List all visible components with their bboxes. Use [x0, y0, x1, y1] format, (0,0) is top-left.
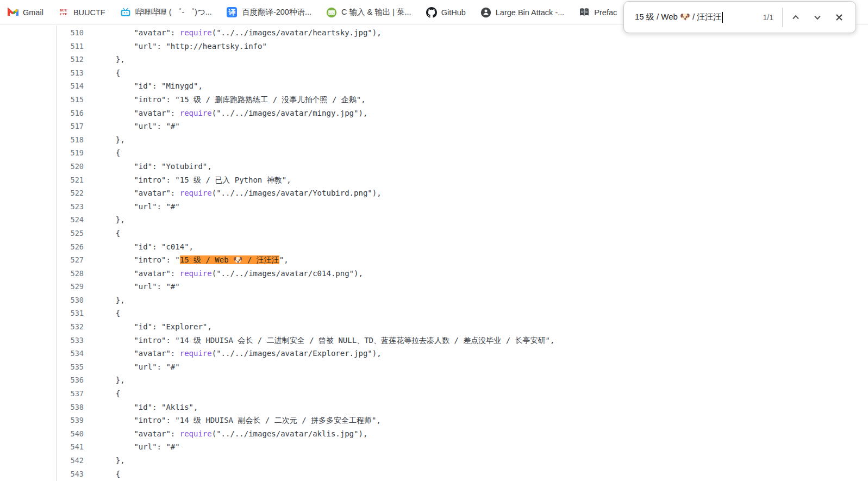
line-number: 542 — [57, 454, 84, 467]
line-number: 536 — [57, 373, 84, 387]
code-text: ("../../images/avatar/Yotubird.png"), — [212, 189, 382, 197]
code-line: 515 "intro": "15 级 / 删库跑路熟练工 / 没事儿拍个照 / … — [57, 93, 868, 107]
close-icon — [834, 12, 845, 23]
line-number: 540 — [57, 427, 84, 441]
code-text: "id": "Minygd", — [97, 82, 203, 90]
code-line: 524 }, — [57, 213, 868, 227]
bookmark-item[interactable]: </>C 输入 & 输出 | 菜... — [326, 7, 411, 18]
code-line: 541 "url": "#" — [57, 440, 868, 454]
code-text: "avatar": — [97, 429, 180, 438]
line-number: 515 — [57, 93, 84, 107]
line-number: 535 — [57, 360, 84, 374]
line-number: 538 — [57, 401, 84, 414]
code-line: 516 "avatar": require("../../images/avat… — [57, 107, 868, 120]
code-text: ("../../images/avatar/Explorer.jpg"), — [212, 349, 382, 358]
code-line: 543 { — [57, 467, 868, 481]
bookmark-label: 百度翻译-200种语... — [242, 7, 311, 17]
line-number: 524 — [57, 213, 84, 227]
line-number: 528 — [57, 267, 84, 280]
line-number: 513 — [57, 66, 84, 80]
code-line: 514 "id": "Minygd", — [57, 79, 868, 93]
bookmark-item[interactable]: Prefac — [579, 7, 617, 18]
bookmark-item[interactable]: Large Bin Attack -... — [480, 7, 565, 18]
close-find-bar-button[interactable] — [828, 7, 850, 28]
line-number: 527 — [57, 253, 84, 267]
code-text: }, — [97, 55, 125, 64]
code-line: 538 "id": "Aklis", — [57, 401, 868, 414]
text-caret — [722, 12, 723, 23]
github-icon — [426, 7, 437, 18]
code-line: 523 "url": "#" — [57, 200, 868, 214]
code-line: 532 "id": "Explorer", — [57, 320, 868, 334]
line-number: 514 — [57, 79, 84, 93]
code-text: "avatar": — [97, 349, 180, 358]
bookmark-label: GitHub — [441, 8, 466, 17]
bookmark-item[interactable]: 哔哩哔哩 ( ゜- ゜)つ... — [120, 7, 212, 18]
code-line: 542 }, — [57, 454, 868, 467]
search-match-highlight: 15 级 / Web 🐶 / 汪汪汪 — [180, 255, 279, 264]
bookmark-label: Prefac — [594, 8, 617, 17]
code-line: 530 }, — [57, 293, 868, 307]
keyword-require: require — [180, 349, 212, 358]
line-number: 530 — [57, 293, 84, 307]
code-text: "url": "#" — [97, 122, 180, 130]
code-line: 540 "avatar": require("../../images/avat… — [57, 427, 868, 441]
code-text: "id": "Explorer", — [97, 322, 212, 331]
code-text: ("../../images/avatar/aklis.jpg"), — [212, 429, 368, 438]
code-line: 533 "intro": "14 级 HDUISA 会长 / 二进制安全 / 曾… — [57, 334, 868, 347]
keyword-require: require — [180, 269, 212, 278]
code-text: "url": "#" — [97, 202, 180, 211]
keyword-require: require — [180, 28, 212, 37]
line-number: 516 — [57, 107, 84, 120]
code-text: { — [97, 470, 120, 478]
line-number: 543 — [57, 467, 84, 481]
code-line: 517 "url": "#" — [57, 120, 868, 133]
code-line: 537 { — [57, 387, 868, 401]
code-line: 535 "url": "#" — [57, 360, 868, 374]
line-number: 517 — [57, 120, 84, 133]
code-text: ", — [279, 255, 289, 264]
code-text: }, — [97, 296, 125, 304]
code-line: 528 "avatar": require("../../images/avat… — [57, 267, 868, 280]
code-text: }, — [97, 215, 125, 224]
line-number: 539 — [57, 414, 84, 427]
code-text: "avatar": — [97, 109, 180, 117]
code-line: 511 "url": "http://heartsky.info" — [57, 40, 868, 53]
line-number: 534 — [57, 347, 84, 360]
code-text: "intro": "15 级 / 删库跑路熟练工 / 没事儿拍个照 / 企鹅", — [97, 95, 366, 104]
find-bar-divider — [782, 8, 783, 27]
line-number: 529 — [57, 280, 84, 293]
bookmark-item[interactable]: 译百度翻译-200种语... — [227, 7, 311, 18]
code-text: "avatar": — [97, 28, 180, 37]
code-viewer[interactable]: 510 "avatar": require("../../images/avat… — [57, 26, 868, 481]
find-in-page-bar: 15 级 / Web 🐶 / 汪汪汪 1/1 — [623, 1, 856, 33]
bookmark-label: Large Bin Attack -... — [496, 8, 565, 17]
code-text: "id": "Yotubird", — [97, 162, 212, 171]
code-line: 513 { — [57, 66, 868, 80]
svg-text:</>: </> — [329, 11, 334, 14]
line-number: 521 — [57, 173, 84, 187]
bookmark-item[interactable]: BUUCTFBUUCTF — [58, 7, 105, 18]
bookmark-label: Gmail — [23, 8, 43, 17]
bookmark-item[interactable]: GitHub — [426, 7, 466, 18]
code-text: "id": "Aklis", — [97, 403, 198, 411]
code-text: { — [97, 148, 120, 157]
code-text: "avatar": — [97, 269, 180, 278]
line-number: 531 — [57, 307, 84, 320]
next-match-button[interactable] — [807, 7, 828, 28]
code-text: "intro": "15 级 / 已入 Python 神教", — [97, 176, 291, 184]
code-text: }, — [97, 376, 125, 384]
previous-match-button[interactable] — [785, 7, 807, 28]
code-text: "url": "#" — [97, 442, 180, 451]
line-number: 510 — [57, 26, 84, 40]
find-input[interactable]: 15 级 / Web 🐶 / 汪汪汪 — [635, 12, 759, 23]
bookmark-item[interactable]: Gmail — [8, 7, 43, 18]
line-number: 525 — [57, 227, 84, 240]
line-number: 537 — [57, 387, 84, 401]
code-text: { — [97, 389, 120, 398]
code-text: "intro": "14 级 HDUISA 会长 / 二进制安全 / 曾被 NU… — [97, 336, 554, 345]
line-number: 518 — [57, 133, 84, 147]
code-line: 527 "intro": "15 级 / Web 🐶 / 汪汪汪", — [57, 253, 868, 267]
page-content: 510 "avatar": require("../../images/avat… — [0, 26, 868, 481]
code-text: { — [97, 309, 120, 317]
